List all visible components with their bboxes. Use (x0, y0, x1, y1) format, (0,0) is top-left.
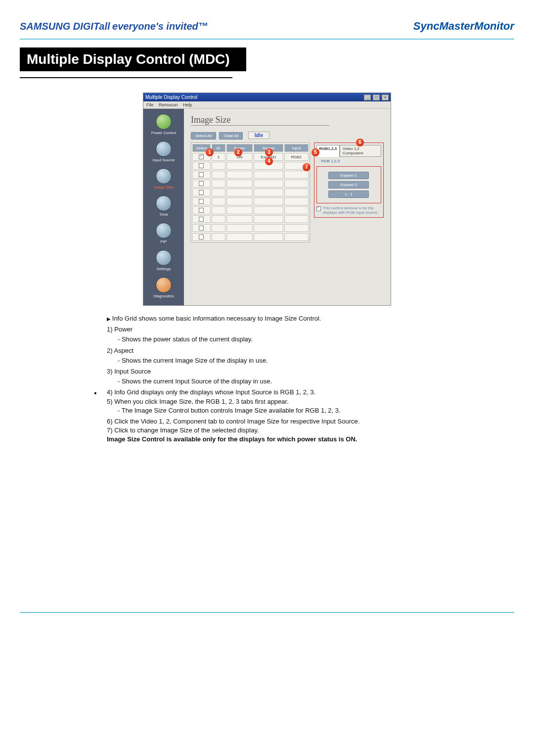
menu-file[interactable]: File (146, 102, 154, 107)
sidebar: Power Control Input Source Image Size Ti… (143, 109, 184, 305)
logo-right: SyncMaster (413, 20, 475, 32)
expand1-button[interactable]: Expand 1 (328, 172, 369, 179)
sidebar-item-power[interactable]: Power Control (143, 112, 184, 139)
item-6: 6) Click the Video 1, 2, Component tab t… (107, 417, 440, 426)
item-3: 3) Input Source (107, 367, 440, 376)
tab-rgb[interactable]: RGB1,2,3 (316, 145, 340, 157)
table-row[interactable] (192, 215, 309, 223)
table-row[interactable] (192, 233, 309, 241)
sidebar-item-label: Settings (157, 267, 171, 271)
power-icon (156, 114, 172, 130)
app-window: Multiple Display Control _ □ × File Remo… (143, 93, 391, 305)
divider (20, 39, 514, 40)
dropdown-label[interactable]: RGB 1,2,3 (321, 159, 381, 163)
table-row[interactable] (192, 206, 309, 214)
sidebar-item-label: Diagnostics (153, 294, 174, 298)
logo-left: SAMSUNG DIGITall (20, 21, 110, 32)
col-input: Input (284, 144, 308, 152)
input-icon (156, 141, 172, 157)
footer-divider (20, 612, 514, 613)
callout-1: 1 (206, 148, 214, 156)
cell-id: 1 (212, 153, 225, 161)
tab-video[interactable]: Video 1,2 Component (340, 145, 381, 157)
checkbox-icon[interactable] (199, 154, 204, 159)
time-icon (156, 195, 172, 211)
diagnostics-icon (156, 277, 172, 293)
col-id: ID (212, 144, 225, 152)
sidebar-item-label: Power Control (151, 131, 177, 135)
checkbox-icon[interactable] (199, 172, 204, 177)
sidebar-item-image-size[interactable]: Image Size (143, 166, 184, 193)
sidebar-item-input[interactable]: Input Source (143, 139, 184, 166)
one-to-one-button[interactable]: 1 : 1 (328, 190, 369, 198)
tagline: everyone's invited™ (112, 21, 208, 32)
checkbox-icon[interactable] (199, 181, 204, 186)
item-4: 4) Info Grid displays only the displays … (107, 388, 440, 397)
sidebar-item-settings[interactable]: Settings (143, 248, 184, 275)
table-row[interactable] (192, 162, 309, 170)
info-grid: Select ID Power Aspect Input 1 ON Expand… (191, 142, 310, 242)
logo-right-sub: Monitor (474, 20, 514, 32)
item-5: 5) When you click Image Size, the RGB 1,… (107, 397, 440, 406)
title-rule (20, 77, 232, 78)
cell-input: RGB1 (284, 153, 308, 161)
checkbox-icon[interactable] (199, 217, 204, 222)
menu-remocon[interactable]: Remocon (159, 102, 178, 107)
item-2: 2) Aspect (107, 346, 440, 355)
bold-note: Image Size Control is available only for… (107, 435, 440, 444)
sidebar-item-time[interactable]: Time (143, 193, 184, 221)
callout-6: 6 (356, 139, 364, 146)
clear-all-button[interactable]: Clear All (219, 132, 243, 140)
select-all-button[interactable]: Select All (191, 132, 216, 140)
maximize-icon[interactable]: □ (373, 94, 380, 100)
sidebar-item-pip[interactable]: PIP (143, 221, 184, 248)
checkbox-icon[interactable] (199, 226, 204, 231)
callout-7: 7 (303, 163, 311, 171)
item-7: 7) Click to change Image Size of the sel… (107, 426, 440, 435)
status-idle: Idle (248, 132, 269, 139)
table-row[interactable] (192, 189, 309, 196)
expand2-button[interactable]: Expand 2 (328, 181, 369, 189)
callout-5: 5 (312, 148, 319, 156)
note-checkbox-icon (316, 206, 321, 211)
callout-3: 3 (265, 148, 273, 156)
intro-line: Info Grid shows some basic information n… (107, 314, 440, 323)
panel-title: Image Size (191, 115, 329, 126)
image-size-icon (156, 168, 172, 184)
note-label: This control window is for the displays … (323, 206, 381, 215)
sidebar-item-label: Image Size (154, 185, 174, 189)
settings-icon (156, 250, 172, 266)
sidebar-item-label: Time (159, 212, 168, 217)
checkbox-icon[interactable] (199, 208, 204, 213)
checkbox-icon[interactable] (199, 199, 204, 204)
pip-icon (156, 223, 172, 238)
sidebar-item-diagnostics[interactable]: Diagnostics (143, 275, 184, 302)
item-1-detail: Shows the power status of the current di… (118, 335, 440, 344)
table-row[interactable] (192, 224, 309, 232)
checkbox-icon[interactable] (199, 163, 204, 168)
table-row[interactable] (192, 197, 309, 205)
sidebar-item-label: Input Source (152, 158, 175, 162)
minimize-icon[interactable]: _ (364, 94, 371, 100)
checkbox-icon[interactable] (199, 190, 204, 195)
item-2-detail: Shows the current Image Size of the disp… (118, 356, 440, 365)
item-1: 1) Power (107, 325, 440, 334)
menubar: File Remocon Help (143, 101, 391, 109)
item-3-detail: Shows the current Input Source of the di… (118, 377, 440, 386)
table-row[interactable] (192, 171, 309, 179)
callout-4: 4 (265, 157, 273, 165)
item-5-detail: The Image Size Control button controls I… (118, 406, 440, 415)
window-title: Multiple Display Control (145, 94, 197, 100)
note-text: This control window is for the displays … (316, 206, 381, 215)
control-panel: RGB1,2,3 Video 1,2 Component RGB 1,2,3 E… (314, 142, 384, 218)
menu-help[interactable]: Help (183, 102, 192, 107)
close-icon[interactable]: × (382, 94, 389, 100)
checkbox-icon[interactable] (199, 235, 204, 239)
page-title: Multiple Display Control (MDC) (20, 47, 246, 71)
sidebar-item-label: PIP (161, 239, 167, 244)
bullet-group: 4) Info Grid displays only the displays … (94, 388, 440, 444)
table-row[interactable] (192, 180, 309, 188)
callout-2: 2 (234, 148, 242, 156)
description: Info Grid shows some basic information n… (94, 314, 440, 444)
